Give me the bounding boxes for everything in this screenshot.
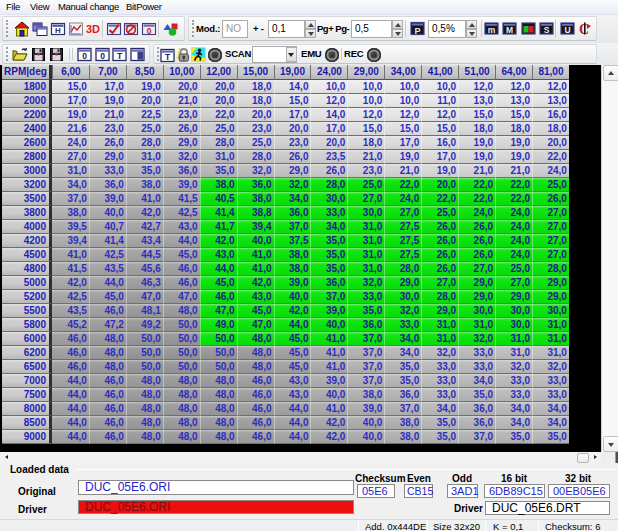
svg-text:P: P [414,26,420,36]
svg-text:T: T [165,52,171,62]
svg-text:0: 0 [100,51,105,61]
svg-text:T: T [117,51,123,61]
svg-text:m: m [488,25,496,35]
svg-text:3D: 3D [86,23,100,35]
svg-text:0: 0 [147,26,152,36]
svg-text:0: 0 [82,51,87,61]
svg-text:U: U [564,25,570,35]
svg-text:S: S [544,25,550,35]
svg-text:M: M [506,25,513,35]
svg-text:H: H [55,26,61,35]
